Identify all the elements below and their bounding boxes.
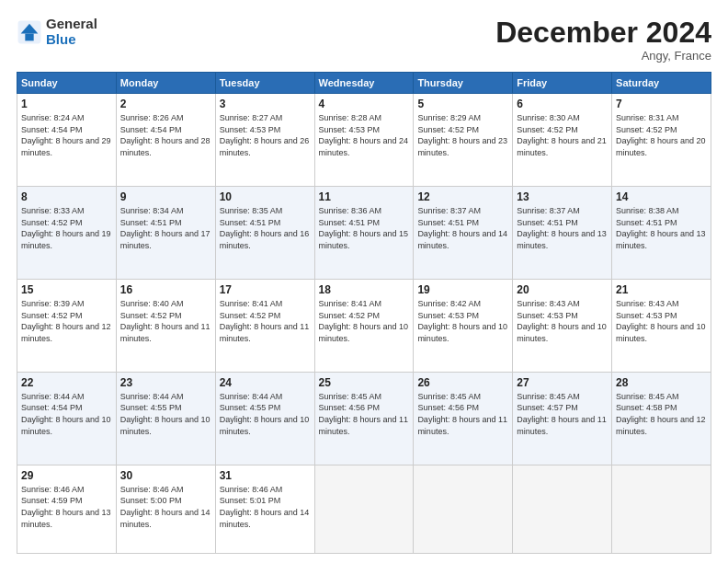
calendar-cell (314, 465, 414, 553)
header: General Blue December 2024 Angy, France (17, 17, 711, 63)
calendar-cell: 19Sunrise: 8:42 AMSunset: 4:53 PMDayligh… (414, 279, 513, 372)
day-detail: Sunrise: 8:30 AMSunset: 4:52 PMDaylight:… (517, 112, 608, 158)
day-detail: Sunrise: 8:43 AMSunset: 4:53 PMDaylight:… (616, 298, 707, 344)
day-detail: Sunrise: 8:41 AMSunset: 4:52 PMDaylight:… (220, 298, 311, 344)
day-detail: Sunrise: 8:34 AMSunset: 4:51 PMDaylight:… (120, 205, 211, 251)
day-detail: Sunrise: 8:43 AMSunset: 4:53 PMDaylight:… (517, 298, 608, 344)
calendar-cell: 16Sunrise: 8:40 AMSunset: 4:52 PMDayligh… (116, 279, 215, 372)
calendar-cell: 20Sunrise: 8:43 AMSunset: 4:53 PMDayligh… (513, 279, 612, 372)
day-detail: Sunrise: 8:45 AMSunset: 4:56 PMDaylight:… (417, 391, 508, 437)
calendar-week-row: 15Sunrise: 8:39 AMSunset: 4:52 PMDayligh… (17, 279, 711, 372)
calendar-cell: 9Sunrise: 8:34 AMSunset: 4:51 PMDaylight… (116, 187, 215, 280)
weekday-header: Monday (116, 73, 215, 94)
day-number: 26 (417, 376, 508, 389)
calendar-cell: 15Sunrise: 8:39 AMSunset: 4:52 PMDayligh… (17, 279, 117, 372)
day-number: 20 (517, 283, 608, 296)
location: Angy, France (495, 49, 711, 63)
calendar-week-row: 8Sunrise: 8:33 AMSunset: 4:52 PMDaylight… (17, 187, 711, 280)
weekday-header: Thursday (414, 73, 513, 94)
calendar-cell: 8Sunrise: 8:33 AMSunset: 4:52 PMDaylight… (17, 187, 117, 280)
day-detail: Sunrise: 8:29 AMSunset: 4:52 PMDaylight:… (417, 112, 508, 158)
day-number: 13 (517, 190, 608, 203)
calendar-cell: 2Sunrise: 8:26 AMSunset: 4:54 PMDaylight… (116, 94, 215, 187)
day-number: 6 (517, 98, 608, 110)
calendar-cell: 27Sunrise: 8:45 AMSunset: 4:57 PMDayligh… (513, 372, 612, 465)
day-detail: Sunrise: 8:46 AMSunset: 4:59 PMDaylight:… (21, 484, 112, 530)
calendar-cell: 10Sunrise: 8:35 AMSunset: 4:51 PMDayligh… (215, 187, 314, 280)
day-number: 24 (220, 376, 311, 389)
calendar-cell: 3Sunrise: 8:27 AMSunset: 4:53 PMDaylight… (215, 94, 314, 187)
day-number: 29 (21, 469, 112, 482)
day-detail: Sunrise: 8:38 AMSunset: 4:51 PMDaylight:… (616, 205, 707, 251)
calendar-cell: 22Sunrise: 8:44 AMSunset: 4:54 PMDayligh… (17, 372, 117, 465)
calendar-cell: 14Sunrise: 8:38 AMSunset: 4:51 PMDayligh… (612, 187, 711, 280)
day-detail: Sunrise: 8:37 AMSunset: 4:51 PMDaylight:… (517, 205, 608, 251)
day-number: 17 (220, 283, 311, 296)
day-number: 8 (21, 190, 112, 203)
logo: General Blue (17, 17, 97, 47)
day-detail: Sunrise: 8:39 AMSunset: 4:52 PMDaylight:… (21, 298, 112, 344)
calendar-cell: 17Sunrise: 8:41 AMSunset: 4:52 PMDayligh… (215, 279, 314, 372)
day-number: 12 (417, 190, 508, 203)
day-detail: Sunrise: 8:44 AMSunset: 4:55 PMDaylight:… (120, 391, 211, 437)
day-number: 4 (319, 98, 410, 110)
day-number: 27 (517, 376, 608, 389)
day-detail: Sunrise: 8:45 AMSunset: 4:56 PMDaylight:… (319, 391, 410, 437)
day-detail: Sunrise: 8:28 AMSunset: 4:53 PMDaylight:… (319, 112, 410, 158)
day-number: 15 (21, 283, 112, 296)
day-detail: Sunrise: 8:45 AMSunset: 4:57 PMDaylight:… (517, 391, 608, 437)
day-number: 19 (417, 283, 508, 296)
calendar-cell: 11Sunrise: 8:36 AMSunset: 4:51 PMDayligh… (314, 187, 414, 280)
calendar-cell: 6Sunrise: 8:30 AMSunset: 4:52 PMDaylight… (513, 94, 612, 187)
calendar-cell: 23Sunrise: 8:44 AMSunset: 4:55 PMDayligh… (116, 372, 215, 465)
calendar-cell (612, 465, 711, 553)
logo-text: General Blue (46, 17, 97, 47)
weekday-header: Friday (513, 73, 612, 94)
day-number: 7 (616, 98, 707, 110)
day-number: 14 (616, 190, 707, 203)
calendar-cell (414, 465, 513, 553)
calendar-cell: 21Sunrise: 8:43 AMSunset: 4:53 PMDayligh… (612, 279, 711, 372)
calendar-week-row: 22Sunrise: 8:44 AMSunset: 4:54 PMDayligh… (17, 372, 711, 465)
calendar-cell: 26Sunrise: 8:45 AMSunset: 4:56 PMDayligh… (414, 372, 513, 465)
logo-icon (17, 19, 42, 45)
calendar-cell: 30Sunrise: 8:46 AMSunset: 5:00 PMDayligh… (116, 465, 215, 553)
day-detail: Sunrise: 8:46 AMSunset: 5:00 PMDaylight:… (120, 484, 211, 530)
day-number: 11 (319, 190, 410, 203)
day-number: 9 (120, 190, 211, 203)
day-detail: Sunrise: 8:42 AMSunset: 4:53 PMDaylight:… (417, 298, 508, 344)
calendar-table: SundayMondayTuesdayWednesdayThursdayFrid… (17, 72, 711, 554)
calendar-cell: 1Sunrise: 8:24 AMSunset: 4:54 PMDaylight… (17, 94, 117, 187)
day-detail: Sunrise: 8:31 AMSunset: 4:52 PMDaylight:… (616, 112, 707, 158)
logo-general: General (46, 17, 97, 32)
day-detail: Sunrise: 8:40 AMSunset: 4:52 PMDaylight:… (120, 298, 211, 344)
calendar-cell: 29Sunrise: 8:46 AMSunset: 4:59 PMDayligh… (17, 465, 117, 553)
calendar-cell (513, 465, 612, 553)
calendar-cell: 7Sunrise: 8:31 AMSunset: 4:52 PMDaylight… (612, 94, 711, 187)
calendar-cell: 18Sunrise: 8:41 AMSunset: 4:52 PMDayligh… (314, 279, 414, 372)
day-number: 31 (220, 469, 311, 482)
day-number: 22 (21, 376, 112, 389)
calendar-week-row: 1Sunrise: 8:24 AMSunset: 4:54 PMDaylight… (17, 94, 711, 187)
logo-blue: Blue (46, 32, 97, 48)
day-number: 3 (220, 98, 311, 110)
day-number: 25 (319, 376, 410, 389)
day-number: 23 (120, 376, 211, 389)
calendar-cell: 31Sunrise: 8:46 AMSunset: 5:01 PMDayligh… (215, 465, 314, 553)
day-detail: Sunrise: 8:35 AMSunset: 4:51 PMDaylight:… (220, 205, 311, 251)
calendar-cell: 4Sunrise: 8:28 AMSunset: 4:53 PMDaylight… (314, 94, 414, 187)
month-title: December 2024 (495, 17, 711, 49)
calendar-cell: 28Sunrise: 8:45 AMSunset: 4:58 PMDayligh… (612, 372, 711, 465)
weekday-header-row: SundayMondayTuesdayWednesdayThursdayFrid… (17, 73, 711, 94)
calendar-cell: 5Sunrise: 8:29 AMSunset: 4:52 PMDaylight… (414, 94, 513, 187)
day-detail: Sunrise: 8:45 AMSunset: 4:58 PMDaylight:… (616, 391, 707, 437)
day-detail: Sunrise: 8:26 AMSunset: 4:54 PMDaylight:… (120, 112, 211, 158)
day-number: 1 (21, 98, 112, 110)
day-detail: Sunrise: 8:44 AMSunset: 4:54 PMDaylight:… (21, 391, 112, 437)
day-number: 21 (616, 283, 707, 296)
day-detail: Sunrise: 8:33 AMSunset: 4:52 PMDaylight:… (21, 205, 112, 251)
day-detail: Sunrise: 8:36 AMSunset: 4:51 PMDaylight:… (319, 205, 410, 251)
day-number: 5 (417, 98, 508, 110)
calendar-page: General Blue December 2024 Angy, France … (0, 0, 728, 563)
weekday-header: Sunday (17, 73, 117, 94)
